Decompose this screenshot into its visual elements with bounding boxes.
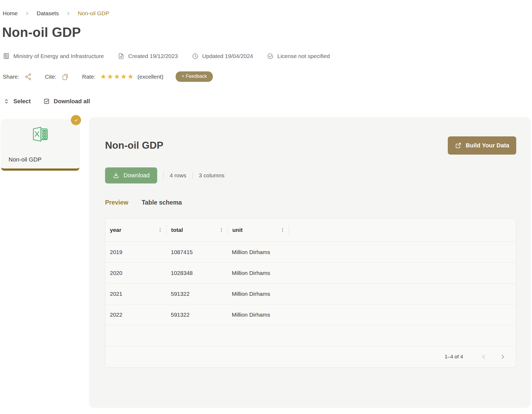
unfold-more-icon (3, 98, 10, 105)
cite-label: Cite: (45, 74, 56, 80)
dataset-title: Non-oil GDP (105, 140, 163, 151)
chevron-right-icon (66, 11, 70, 16)
file-plus-icon (118, 53, 125, 60)
breadcrumb-home[interactable]: Home (3, 10, 18, 17)
breadcrumb: Home Datasets Non-oil GDP (0, 0, 532, 17)
tab-preview[interactable]: Preview (105, 199, 128, 206)
building-icon (3, 52, 10, 60)
clock-icon (192, 53, 199, 60)
table-row: 2020 1028348 Million Dirhams (105, 263, 516, 283)
rating-text: (excellent) (137, 74, 163, 80)
download-all-label: Download all (54, 98, 90, 105)
dataset-metadata: Ministry of Energy and Infrastructure Cr… (3, 52, 532, 60)
select-button[interactable]: Select (3, 98, 31, 105)
column-label: year (105, 227, 157, 233)
share-icon[interactable] (24, 73, 32, 81)
download-all-button[interactable]: Download all (43, 98, 90, 105)
divider (192, 172, 193, 179)
check-circle-icon (267, 53, 274, 60)
file-card-title: Non-oil GDP (9, 156, 72, 163)
cell-unit: Million Dirhams (227, 312, 288, 318)
previous-page-button[interactable] (480, 353, 487, 360)
column-divider (289, 225, 289, 235)
column-menu-icon[interactable] (157, 227, 163, 233)
external-link-icon (455, 142, 462, 149)
columns-count: 3 columns (199, 172, 225, 179)
page-title: Non-oil GDP (2, 25, 532, 40)
feedback-button[interactable]: + Feedback (176, 71, 213, 82)
rate-label: Rate: (82, 74, 95, 80)
cell-total: 591322 (166, 312, 227, 318)
download-row: Download 4 rows 3 columns (105, 167, 516, 183)
share-label: Share: (3, 74, 19, 80)
build-your-data-label: Build Your Data (466, 142, 509, 149)
file-card[interactable]: Non-oil GDP (1, 119, 79, 171)
share-cite-rate-row: Share: Cite: Rate: ★★★★★ (excellent) + F… (3, 71, 532, 82)
column-header-unit: unit (228, 218, 289, 241)
star-rating[interactable]: ★★★★★ (100, 73, 134, 80)
file-card-wrap: Non-oil GDP (1, 119, 79, 171)
content-area: Non-oil GDP Non-oil GDP Build Your Data (0, 117, 532, 408)
breadcrumb-datasets[interactable]: Datasets (37, 10, 59, 17)
license-label: License not specified (277, 53, 330, 59)
cell-unit: Million Dirhams (227, 291, 288, 297)
cell-total: 1028348 (166, 270, 227, 276)
column-label: total (167, 227, 218, 233)
panel-header: Non-oil GDP Build Your Data (105, 136, 516, 155)
table-row: 2022 591322 Million Dirhams (105, 304, 516, 325)
column-menu-icon[interactable] (218, 227, 224, 233)
tab-bar: Preview Table schema (105, 199, 516, 206)
license-meta: License not specified (267, 53, 330, 60)
cell-unit: Million Dirhams (227, 270, 288, 276)
checkbox-check-icon (43, 98, 50, 105)
updated-meta: Updated 19/04/2024 (192, 53, 253, 60)
selected-check-badge (71, 115, 81, 125)
download-button[interactable]: Download (105, 167, 157, 183)
updated-label: Updated 19/04/2024 (202, 53, 253, 59)
breadcrumb-current: Non-oil GDP (78, 10, 109, 17)
dataset-panel: Non-oil GDP Build Your Data (89, 117, 531, 408)
build-your-data-button[interactable]: Build Your Data (448, 136, 516, 155)
column-header-year: year (105, 218, 166, 241)
empty-row (105, 325, 516, 346)
divider (163, 172, 164, 179)
rows-count: 4 rows (170, 172, 186, 179)
cell-year: 2020 (105, 270, 166, 276)
created-label: Created 19/12/2023 (128, 53, 178, 59)
organization-label: Ministry of Energy and Infrastructure (13, 53, 104, 59)
page-range: 1–4 of 4 (445, 354, 463, 360)
column-header-total: total (167, 218, 228, 241)
column-menu-icon[interactable] (280, 227, 286, 233)
excel-file-icon (9, 126, 72, 142)
table-row: 2019 1087415 Million Dirhams (105, 242, 516, 263)
cell-year: 2022 (105, 312, 166, 318)
file-toolbar: Select Download all (3, 98, 532, 105)
copy-icon[interactable] (61, 73, 69, 81)
cell-year: 2021 (105, 291, 166, 297)
download-label: Download (124, 172, 150, 179)
column-label: unit (228, 227, 280, 233)
chevron-right-icon (25, 11, 29, 16)
cell-total: 591322 (166, 291, 227, 297)
created-meta: Created 19/12/2023 (118, 53, 178, 60)
download-icon (113, 172, 119, 179)
cell-total: 1087415 (166, 249, 227, 255)
cell-year: 2019 (105, 249, 166, 255)
cell-unit: Million Dirhams (227, 249, 288, 255)
table-header-row: year total unit (105, 218, 516, 242)
select-label: Select (13, 98, 31, 105)
data-table: year total unit (105, 218, 516, 368)
next-page-button[interactable] (499, 353, 506, 360)
table-row: 2021 591322 Million Dirhams (105, 283, 516, 304)
organization-meta: Ministry of Energy and Infrastructure (3, 52, 104, 60)
tab-table-schema[interactable]: Table schema (142, 199, 182, 206)
table-pagination: 1–4 of 4 (105, 346, 516, 367)
